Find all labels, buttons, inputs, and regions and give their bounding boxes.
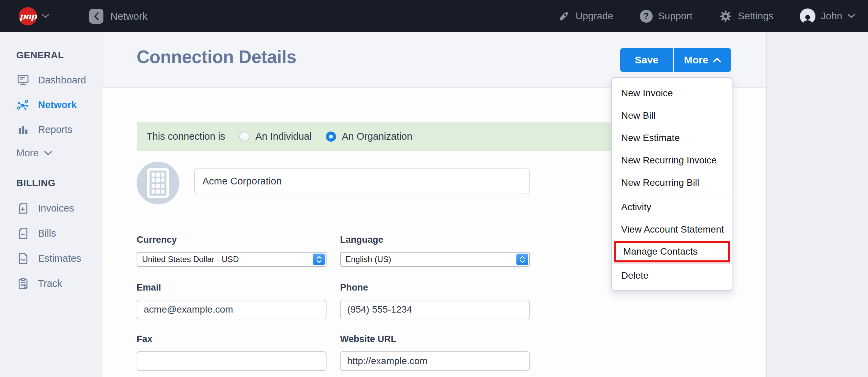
menu-item-view-account-statement[interactable]: View Account Statement: [612, 218, 732, 241]
upgrade-button[interactable]: Upgrade: [558, 10, 613, 22]
sidebar-item-label: Invoices: [38, 203, 74, 214]
sidebar-more-label: More: [16, 147, 39, 159]
gear-icon: [719, 9, 732, 23]
fax-field: Fax: [137, 334, 327, 371]
more-button[interactable]: More: [674, 48, 731, 72]
question-icon: ?: [640, 10, 653, 23]
support-button[interactable]: ? Support: [640, 10, 693, 23]
content-right-gutter: [766, 32, 868, 377]
phone-input[interactable]: [340, 300, 530, 319]
menu-item-manage-contacts[interactable]: Manage Contacts: [614, 241, 730, 262]
email-input[interactable]: [137, 300, 327, 319]
organization-name-input[interactable]: [194, 168, 530, 194]
sidebar-item-label: Dashboard: [38, 75, 86, 86]
currency-select[interactable]: United States Dollar - USD: [137, 252, 327, 267]
chevron-down-icon: [44, 151, 52, 156]
radio-label: An Organization: [342, 131, 412, 142]
sidebar-more-toggle[interactable]: More: [16, 147, 102, 159]
language-select[interactable]: English (US): [340, 252, 530, 267]
estimate-tilde-icon: [16, 252, 30, 265]
language-selected-value: English (US): [341, 255, 391, 264]
sidebar: GENERAL Dashboard: [0, 32, 102, 377]
sidebar-item-reports[interactable]: Reports: [16, 123, 102, 136]
settings-button[interactable]: Settings: [719, 9, 773, 23]
action-button-group: Save More: [620, 48, 731, 72]
building-icon: [147, 168, 169, 198]
save-button[interactable]: Save: [620, 48, 673, 72]
menu-item-delete[interactable]: Delete: [612, 264, 732, 287]
website-url-label: Website URL: [340, 334, 530, 344]
sidebar-section-billing: BILLING: [16, 178, 102, 188]
breadcrumb: Network: [89, 0, 147, 32]
sidebar-item-network[interactable]: Network: [16, 98, 102, 112]
upgrade-label: Upgrade: [575, 11, 613, 22]
more-dropdown-menu: New Invoice New Bill New Estimate New Re…: [611, 77, 732, 291]
select-stepper-icon: [313, 254, 325, 265]
currency-label: Currency: [137, 235, 327, 245]
fax-label: Fax: [137, 334, 327, 344]
menu-item-new-recurring-invoice[interactable]: New Recurring Invoice: [612, 149, 732, 172]
dashboard-icon: [16, 74, 30, 86]
currency-selected-value: United States Dollar - USD: [137, 255, 239, 264]
chevron-down-icon: [848, 14, 855, 18]
currency-field: Currency United States Dollar - USD: [137, 235, 327, 267]
phone-field: Phone: [340, 282, 530, 319]
user-menu[interactable]: John: [800, 8, 855, 24]
chevron-up-icon: [713, 58, 721, 63]
sidebar-item-dashboard[interactable]: Dashboard: [16, 74, 102, 86]
bar-chart-icon: [16, 123, 30, 136]
radio-option-organization[interactable]: An Organization: [326, 131, 412, 142]
organization-avatar: [137, 162, 179, 204]
website-url-field: Website URL: [340, 334, 530, 371]
back-button[interactable]: [89, 9, 103, 24]
email-label: Email: [137, 282, 327, 293]
chevron-left-icon: [94, 12, 99, 20]
app-logo[interactable]: pnp: [19, 0, 49, 32]
page-context-title: Network: [110, 11, 147, 22]
connection-type-label: This connection is: [146, 131, 225, 142]
sidebar-item-invoices[interactable]: Invoices: [16, 201, 102, 215]
sidebar-item-label: Track: [38, 278, 62, 289]
email-field: Email: [137, 282, 327, 319]
select-stepper-icon: [516, 254, 528, 265]
logo-icon: pnp: [19, 7, 37, 25]
menu-item-activity[interactable]: Activity: [612, 196, 732, 218]
top-navbar: pnp Network Upgrade ? Support: [0, 0, 868, 32]
menu-item-new-recurring-bill[interactable]: New Recurring Bill: [612, 172, 732, 194]
user-name: John: [821, 11, 842, 22]
user-avatar-icon: [800, 8, 815, 24]
radio-label: An Individual: [255, 131, 312, 142]
radio-option-individual[interactable]: An Individual: [239, 131, 312, 142]
sidebar-item-label: Bills: [38, 228, 56, 239]
website-url-input[interactable]: [340, 351, 530, 371]
menu-item-new-invoice[interactable]: New Invoice: [612, 82, 732, 104]
settings-label: Settings: [738, 11, 773, 22]
menu-item-new-bill[interactable]: New Bill: [612, 104, 732, 127]
rocket-icon: [558, 10, 570, 22]
sidebar-section-general: GENERAL: [16, 50, 102, 61]
sidebar-item-label: Estimates: [38, 253, 81, 264]
navbar-actions: Upgrade ? Support Settings: [558, 0, 855, 32]
radio-unchecked-icon[interactable]: [239, 132, 250, 142]
language-label: Language: [340, 235, 530, 245]
sidebar-item-label: Reports: [38, 124, 73, 135]
clipboard-check-icon: [16, 277, 30, 290]
sidebar-item-track[interactable]: Track: [16, 277, 102, 290]
network-icon: [16, 98, 30, 112]
bill-minus-icon: [16, 226, 30, 240]
more-button-label: More: [684, 54, 708, 66]
sidebar-item-bills[interactable]: Bills: [16, 226, 102, 240]
chevron-down-icon: [42, 14, 49, 18]
invoice-plus-icon: [16, 201, 30, 215]
sidebar-item-label: Network: [38, 99, 77, 111]
language-field: Language English (US): [340, 235, 530, 267]
menu-divider: [612, 263, 732, 264]
sidebar-item-estimates[interactable]: Estimates: [16, 252, 102, 265]
radio-checked-icon[interactable]: [326, 132, 336, 142]
fax-input[interactable]: [137, 351, 327, 371]
menu-divider: [612, 195, 732, 195]
page-title: Connection Details: [137, 46, 296, 67]
support-label: Support: [658, 11, 693, 22]
phone-label: Phone: [340, 282, 530, 293]
menu-item-new-estimate[interactable]: New Estimate: [612, 127, 732, 149]
